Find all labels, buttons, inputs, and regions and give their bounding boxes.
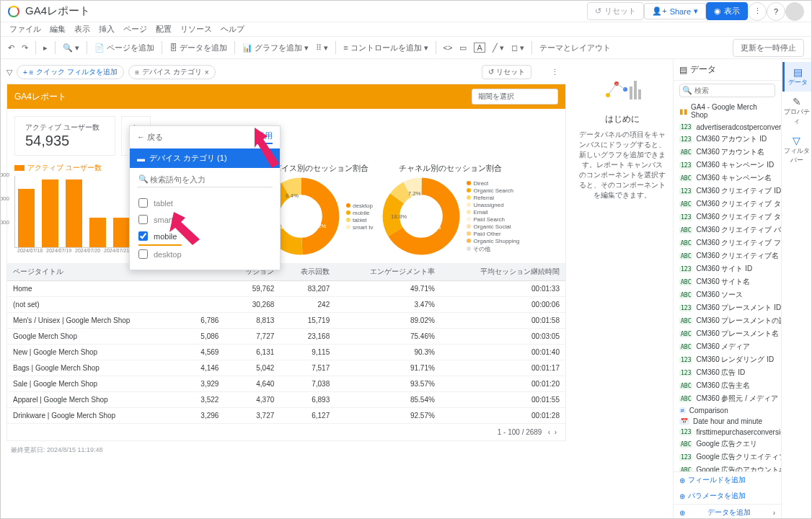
text-icon[interactable]: A <box>474 43 485 53</box>
svg-text:7.2%: 7.2% <box>408 190 421 197</box>
popup-search-input[interactable] <box>137 172 273 187</box>
field-item[interactable]: ABCCM360 クリエイティブ名 <box>674 249 781 262</box>
line-icon[interactable]: ╱ ▾ <box>493 43 504 53</box>
data-search-input[interactable] <box>679 84 775 97</box>
field-item[interactable]: ABCGoogle 広告のアカウント名 <box>674 463 781 471</box>
menu-file[interactable]: ファイル <box>9 24 41 35</box>
view-button[interactable]: ◉ 表示 <box>706 2 748 20</box>
svg-marker-14 <box>169 212 200 245</box>
scorecard-active-users: アクティブ ユーザー数 54,935 <box>14 116 115 156</box>
field-item[interactable]: ABCCM360 クリエイティブ タイプ <box>674 198 781 210</box>
table-row[interactable]: Google Merch Shop5,0867,72723,16875.46%0… <box>7 329 565 345</box>
field-item[interactable]: 123CM360 アカウント ID <box>674 133 781 146</box>
field-item[interactable]: 123CM360 クリエイティブ タイプ ID <box>674 210 781 223</box>
field-item[interactable]: ABCCM360 クリエイティブ フォーマット <box>674 236 781 249</box>
add-control[interactable]: ≡ コントロールを追加 ▾ <box>343 43 428 53</box>
reset-button[interactable]: ↺ リセット <box>587 2 644 20</box>
table-pager[interactable]: 1 - 100 / 2689 ‹ › <box>7 424 565 440</box>
field-item[interactable]: ABCCM360 メディア <box>674 340 781 353</box>
add-param[interactable]: ⊕ パラメータを追加 <box>674 488 781 504</box>
theme-layout[interactable]: テーマとレイアウト <box>539 43 611 53</box>
table-row[interactable]: (not set)30,2682423.47%00:00:06 <box>7 297 565 313</box>
field-item[interactable]: 123firsttimepurchaserconversionrate <box>674 427 781 438</box>
field-item[interactable]: ABCCM360 参照元 / メディア <box>674 392 781 405</box>
menu-arrange[interactable]: 配置 <box>156 24 172 35</box>
bar <box>18 189 35 247</box>
field-item[interactable]: 123Google 広告クリエイティブ ID <box>674 451 781 463</box>
add-field[interactable]: ⊕ フィールドを追加 <box>674 472 781 488</box>
community-viz[interactable]: ⠿ ▾ <box>316 43 328 53</box>
add-page[interactable]: 📄 ページを追加 <box>94 43 154 53</box>
pointer-tool[interactable]: ▸ <box>43 43 48 53</box>
checkbox[interactable] <box>138 231 148 241</box>
table-row[interactable]: New | Google Merch Shop4,5696,1319,11590… <box>7 345 565 360</box>
table-row[interactable]: Home59,76283,20749.71%00:01:33 <box>7 281 565 297</box>
menu-page[interactable]: ページ <box>123 24 147 35</box>
shape-icon[interactable]: ◻ ▾ <box>511 43 524 53</box>
field-item[interactable]: 📅Date hour and minute <box>674 416 781 427</box>
data-panel: ▤ データ 🔍 ▮▮GA4 - Google Merch Shop 123adv… <box>673 59 781 519</box>
device-category-chip[interactable]: ≡ デバイス カテゴリ × <box>128 65 215 79</box>
redo-button[interactable]: ↷ <box>22 43 28 53</box>
field-item[interactable]: 123CM360 プレースメント ID <box>674 301 781 314</box>
field-item[interactable]: ABCCM360 プレースメント名 <box>674 327 781 340</box>
date-range-select[interactable]: 期間を選択 <box>472 89 558 105</box>
field-item[interactable]: ABCCM360 キャンペーン名 <box>674 172 781 185</box>
add-data[interactable]: 🗄 データを追加 <box>169 43 227 53</box>
reset-filters[interactable]: ↺ リセット <box>482 65 531 79</box>
zoom-tool[interactable]: 🔍 ▾ <box>63 43 79 53</box>
url-embed-icon[interactable]: <> <box>443 43 453 52</box>
add-data-foot[interactable]: ⊕ データを追加 › <box>674 504 781 519</box>
pause-updates[interactable]: 更新を一時停止 <box>733 39 804 57</box>
filter-kebab[interactable]: ⋮ <box>551 68 559 77</box>
field-item[interactable]: 123CM360 クリエイティブ ID <box>674 185 781 198</box>
field-item[interactable]: ABCCM360 ソース <box>674 288 781 301</box>
filter-option-desktop[interactable]: desktop <box>130 246 280 262</box>
avatar[interactable] <box>785 2 804 21</box>
field-item[interactable]: ABCCM360 プレースメントの課金形態 <box>674 314 781 327</box>
field-item[interactable]: 123advertiseradcostperconversion <box>674 122 781 133</box>
svg-text:8.4%: 8.4% <box>286 192 299 199</box>
field-item[interactable]: ABCGoogle 広告クエリ <box>674 438 781 451</box>
field-item[interactable]: ABCCM360 クリエイティブ バージョン <box>674 223 781 236</box>
table-row[interactable]: Bags | Google Merch Shop4,1465,0427,5179… <box>7 360 565 376</box>
field-item[interactable]: 123CM360 広告 ID <box>674 366 781 379</box>
rail-tab-data[interactable]: ▤データ <box>782 62 811 92</box>
add-chart[interactable]: 📊 グラフを追加 ▾ <box>242 43 309 53</box>
table-row[interactable]: Sale | Google Merch Shop3,9294,6407,0389… <box>7 376 565 392</box>
menu-edit[interactable]: 編集 <box>50 24 66 35</box>
filter-option-smart tv[interactable]: smart tv <box>130 211 280 228</box>
add-quick-filter[interactable]: + ≡ クイック フィルタを追加 <box>17 65 124 79</box>
more-menu[interactable]: ⋮ <box>748 2 767 21</box>
menu-view[interactable]: 表示 <box>74 24 90 35</box>
rail-tab-filterbar[interactable]: ▽フィルタバー <box>782 130 811 169</box>
menu-help[interactable]: ヘルプ <box>221 24 244 35</box>
field-item[interactable]: ABCCM360 サイト名 <box>674 275 781 288</box>
undo-button[interactable]: ↶ <box>8 43 14 53</box>
checkbox[interactable] <box>138 198 148 208</box>
field-item[interactable]: 123CM360 レンダリング ID <box>674 353 781 366</box>
field-item[interactable]: ⇄Comparison <box>674 405 781 416</box>
checkbox[interactable] <box>138 215 148 224</box>
field-item[interactable]: ABCCM360 アカウント名 <box>674 146 781 159</box>
menu-insert[interactable]: 挿入 <box>99 24 115 35</box>
menu-resource[interactable]: リソース <box>180 24 212 35</box>
page-table: ページタイトルッション表示回数エンゲージメント率平均セッション継続時間 Home… <box>7 263 565 424</box>
help-button[interactable]: ? <box>767 2 785 21</box>
checkbox[interactable] <box>138 249 148 259</box>
filter-option-mobile[interactable]: mobile <box>130 228 280 244</box>
filter-option-tablet[interactable]: tablet <box>130 195 280 211</box>
popup-back[interactable]: ← 戻る <box>137 132 163 143</box>
table-row[interactable]: Men's / Unisex | Google Merch Shop6,7868… <box>7 313 565 329</box>
field-item[interactable]: 123CM360 キャンペーン ID <box>674 159 781 172</box>
field-item[interactable]: 123CM360 サイト ID <box>674 262 781 275</box>
data-source[interactable]: ▮▮GA4 - Google Merch Shop <box>674 100 781 122</box>
image-icon[interactable]: ▭ <box>459 43 467 53</box>
field-item[interactable]: ABCCM360 広告主名 <box>674 379 781 392</box>
table-row[interactable]: Drinkware | Google Merch Shop3,2963,7276… <box>7 408 565 424</box>
table-row[interactable]: Apparel | Google Merch Shop3,5224,3706,8… <box>7 392 565 408</box>
share-button[interactable]: 👤+ Share ▾ <box>644 3 706 19</box>
bar <box>42 179 58 247</box>
rail-tab-property[interactable]: ✎プロパティ <box>782 92 811 130</box>
bar <box>89 218 106 247</box>
